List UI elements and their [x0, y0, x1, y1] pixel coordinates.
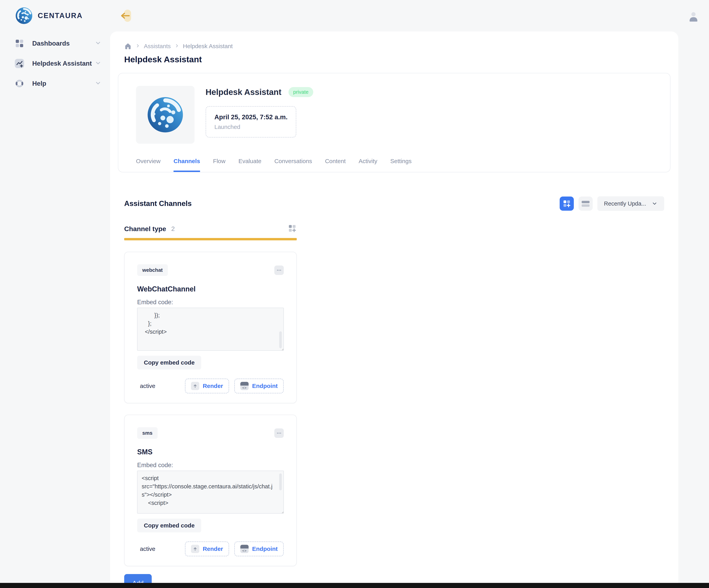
topbar: CENTAURA: [0, 0, 709, 31]
centaura-logo-icon: [15, 6, 33, 25]
endpoint-button-label: Endpoint: [252, 383, 278, 389]
assistant-icon: [14, 58, 26, 69]
view-controls: Recently Upda...: [560, 196, 664, 211]
visibility-badge: private: [288, 87, 313, 97]
copy-embed-code-button[interactable]: Copy embed code: [137, 519, 201, 532]
breadcrumb: Assistants Helpdesk Assistant: [124, 43, 671, 50]
chevron-down-icon: [95, 80, 101, 87]
channel-cards: webchat WebChatChannel Embed code: }); }…: [124, 252, 297, 566]
assistant-header-card: Helpdesk Assistant private April 25, 202…: [118, 73, 671, 172]
copy-embed-code-button[interactable]: Copy embed code: [137, 356, 201, 369]
assistant-avatar: [136, 86, 194, 144]
list-view-button[interactable]: [579, 197, 593, 211]
bottom-status-strip: [0, 583, 709, 588]
channel-group-header: Channel type 2: [124, 224, 297, 240]
upload-icon: [191, 545, 199, 553]
render-button[interactable]: Render: [185, 541, 229, 556]
ellipsis-icon: [277, 268, 282, 273]
launch-info-box: April 25, 2025, 7:52 a.m. Launched: [206, 106, 296, 137]
grid-view-icon: [562, 199, 571, 208]
tab-settings[interactable]: Settings: [390, 152, 412, 172]
channel-card-sms: sms SMS Embed code: <script src="https:/…: [124, 415, 297, 566]
home-icon[interactable]: [124, 43, 132, 50]
assistant-meta: Helpdesk Assistant private April 25, 202…: [206, 86, 313, 144]
endpoint-icon: <>: [240, 545, 248, 553]
lifebuoy-icon: [14, 79, 26, 88]
group-title: Channel type: [124, 225, 166, 233]
endpoint-button-label: Endpoint: [252, 545, 278, 552]
assistant-avatar-image: [145, 95, 185, 135]
sidebar-item-label: Dashboards: [32, 40, 70, 47]
tab-overview[interactable]: Overview: [136, 152, 161, 172]
group-grid-add-icon[interactable]: [288, 224, 297, 234]
channel-card-webchat: webchat WebChatChannel Embed code: }); }…: [124, 252, 297, 403]
channel-type-tag: webchat: [137, 264, 168, 276]
person-icon: [687, 10, 700, 23]
tab-channels[interactable]: Channels: [174, 152, 200, 172]
tab-conversations[interactable]: Conversations: [274, 152, 312, 172]
breadcrumb-item-assistants[interactable]: Assistants: [144, 43, 171, 50]
render-button-label: Render: [203, 545, 223, 552]
sort-selected-value: Recently Upda...: [604, 201, 646, 207]
channel-title: WebChatChannel: [137, 285, 284, 293]
tab-content[interactable]: Content: [325, 152, 346, 172]
channel-status: active: [140, 383, 155, 389]
launch-label: Launched: [214, 124, 288, 130]
embed-code-label: Embed code:: [137, 462, 284, 469]
embed-code-textarea[interactable]: <script src="https://console.stage.centa…: [137, 471, 284, 513]
assistant-name: Helpdesk Assistant: [206, 87, 281, 97]
breadcrumb-separator-icon: [136, 44, 140, 49]
sidebar-item-label: Helpdesk Assistant: [32, 60, 92, 67]
screen: CENTAURA Dashboards: [0, 0, 709, 588]
tab-activity[interactable]: Activity: [359, 152, 377, 172]
breadcrumb-separator-icon: [175, 44, 179, 49]
group-highlight-underline: [124, 238, 297, 240]
endpoint-button[interactable]: <> Endpoint: [234, 541, 284, 556]
sidebar-item-dashboards[interactable]: Dashboards: [0, 33, 110, 53]
group-count: 2: [171, 225, 175, 232]
card-menu-button[interactable]: [274, 265, 284, 275]
sidebar: Dashboards Helpdesk Assistant: [0, 33, 110, 94]
card-menu-button[interactable]: [274, 429, 284, 438]
assistant-tabs: Overview Channels Flow Evaluate Conversa…: [118, 152, 670, 172]
render-button[interactable]: Render: [185, 379, 229, 393]
sidebar-collapse-button[interactable]: [124, 10, 131, 22]
dashboards-grid-icon: [14, 39, 26, 48]
page-title: Helpdesk Assistant: [124, 55, 671, 64]
channel-status: active: [140, 545, 155, 552]
channel-type-tag: sms: [137, 427, 158, 439]
brand: CENTAURA: [15, 6, 83, 25]
sidebar-item-label: Help: [32, 80, 46, 87]
chevron-down-icon: [652, 201, 658, 207]
sidebar-item-helpdesk-assistant[interactable]: Helpdesk Assistant: [0, 53, 110, 74]
upload-icon: [191, 382, 199, 390]
sort-dropdown[interactable]: Recently Upda...: [597, 196, 664, 211]
list-view-icon: [581, 199, 590, 208]
embed-code-textarea[interactable]: }); }; </script>: [137, 308, 284, 351]
launch-date: April 25, 2025, 7:52 a.m.: [214, 113, 288, 121]
chevron-down-icon: [95, 60, 101, 67]
endpoint-icon: <>: [240, 382, 248, 390]
grid-view-button[interactable]: [560, 197, 574, 211]
tab-evaluate[interactable]: Evaluate: [238, 152, 261, 172]
breadcrumb-item-helpdesk-assistant[interactable]: Helpdesk Assistant: [183, 43, 233, 50]
brand-name: CENTAURA: [38, 11, 83, 20]
main-panel: Assistants Helpdesk Assistant Helpdesk A…: [110, 31, 678, 583]
ellipsis-icon: [277, 431, 282, 436]
chevron-down-icon: [95, 40, 101, 47]
embed-code-label: Embed code:: [137, 299, 284, 306]
tab-flow[interactable]: Flow: [213, 152, 226, 172]
render-button-label: Render: [203, 383, 223, 389]
channels-section-header: Assistant Channels: [124, 196, 664, 211]
channel-title: SMS: [137, 448, 284, 456]
channels-section-title: Assistant Channels: [124, 200, 191, 208]
user-avatar[interactable]: [687, 9, 700, 23]
endpoint-button[interactable]: <> Endpoint: [234, 379, 284, 393]
assistant-card-top: Helpdesk Assistant private April 25, 202…: [118, 73, 670, 152]
sidebar-item-help[interactable]: Help: [0, 74, 110, 94]
arrow-left-icon: [120, 12, 130, 19]
